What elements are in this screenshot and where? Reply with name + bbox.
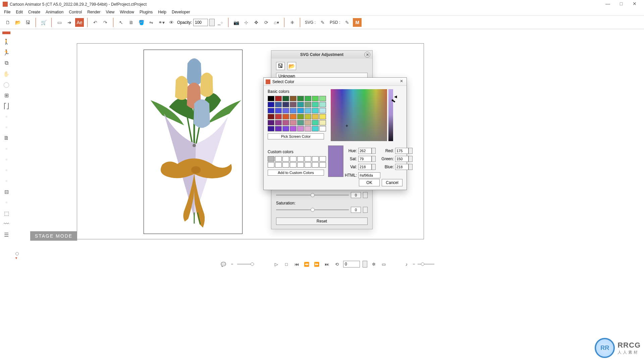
stop-icon[interactable]: □ [283, 261, 290, 267]
menu-edit[interactable]: Edit [13, 9, 25, 15]
speak-slider[interactable] [237, 264, 254, 264]
basic-swatch-36[interactable] [297, 120, 304, 125]
red-spinner[interactable] [409, 148, 413, 154]
camera-icon[interactable]: 📷 [232, 18, 240, 27]
rotate-icon[interactable]: ⟳ [262, 18, 271, 27]
m-button[interactable]: M [353, 18, 362, 27]
mirror-icon[interactable]: ⵐ [288, 18, 297, 27]
actor-icon[interactable]: 🚶 [2, 37, 11, 46]
undo-icon[interactable]: ↶ [91, 18, 100, 27]
prev-frame-icon[interactable]: ⏪ [303, 261, 310, 267]
tool8-icon[interactable]: ◦ [2, 155, 11, 164]
custom-swatch-14[interactable] [312, 162, 319, 168]
green-input[interactable] [395, 156, 409, 162]
custom-swatch-11[interactable] [290, 162, 297, 168]
basic-swatch-47[interactable] [319, 126, 326, 131]
saturation-spinner[interactable] [363, 207, 368, 213]
zigzag-icon[interactable]: 〰 [2, 220, 11, 228]
basic-swatch-17[interactable] [275, 108, 282, 113]
custom-swatch-7[interactable] [319, 156, 326, 162]
speak-icon[interactable]: 💬 [220, 261, 227, 267]
basic-swatch-15[interactable] [319, 102, 326, 107]
red-input[interactable] [395, 148, 409, 154]
sat-input[interactable] [358, 156, 372, 162]
menu-view[interactable]: View [103, 9, 117, 15]
hue-spinner[interactable] [372, 148, 376, 154]
add-custom-colors-button[interactable]: Add to Custom Colors [268, 170, 324, 176]
ok-button[interactable]: OK [359, 179, 380, 186]
saturation-track[interactable] [276, 209, 349, 210]
basic-swatch-46[interactable] [312, 126, 319, 131]
tool7-icon[interactable]: ◦ [2, 144, 11, 153]
next-frame-icon[interactable]: ⏩ [313, 261, 320, 267]
basic-swatch-20[interactable] [297, 108, 304, 113]
basic-swatch-43[interactable] [290, 126, 297, 131]
frame-spinner[interactable] [363, 261, 367, 267]
basic-swatch-27[interactable] [290, 114, 297, 119]
basic-swatch-18[interactable] [282, 108, 289, 113]
timeline-playhead[interactable] [15, 252, 19, 255]
page-lt-icon[interactable]: 🗎 [2, 134, 11, 142]
tool5-icon[interactable]: ◦ [2, 112, 11, 121]
grid-icon[interactable]: ⊞ [2, 91, 11, 100]
basic-swatch-35[interactable] [290, 120, 297, 125]
menu-render[interactable]: Render [85, 9, 103, 15]
basic-swatch-10[interactable] [282, 102, 289, 107]
basic-swatch-40[interactable] [268, 126, 274, 131]
timeline-track[interactable]: ▾ [14, 251, 640, 256]
basic-swatch-16[interactable] [268, 108, 274, 113]
reset-button[interactable]: Reset [276, 218, 368, 225]
custom-swatch-4[interactable] [297, 156, 304, 162]
circle-icon[interactable]: ◯ [2, 80, 11, 89]
custom-swatch-15[interactable] [319, 162, 326, 168]
custom-swatch-1[interactable] [275, 156, 282, 162]
last-frame-icon[interactable]: ⏭ [323, 261, 330, 267]
basic-swatch-37[interactable] [305, 120, 311, 125]
custom-swatch-0[interactable] [268, 156, 274, 162]
menu-control[interactable]: Control [66, 9, 85, 15]
export-icon[interactable]: ➜ [65, 18, 74, 27]
tool11-icon[interactable]: ◦ [2, 198, 11, 207]
basic-swatch-12[interactable] [297, 102, 304, 107]
home-icon[interactable]: ⌂▾ [272, 18, 281, 27]
basic-swatch-23[interactable] [319, 108, 326, 113]
volume-slider[interactable] [418, 264, 434, 264]
basic-swatch-21[interactable] [305, 108, 311, 113]
basic-swatch-7[interactable] [319, 96, 326, 101]
basic-swatch-24[interactable] [268, 114, 274, 119]
basic-swatch-34[interactable] [282, 120, 289, 125]
play-icon[interactable]: ▷ [273, 261, 280, 267]
cancel-button[interactable]: Cancel [382, 179, 402, 186]
html-input[interactable] [358, 172, 380, 178]
blue-input[interactable] [395, 164, 409, 170]
svg-edit-icon[interactable]: ✎ [318, 18, 327, 27]
custom-swatch-5[interactable] [305, 156, 311, 162]
custom-swatch-6[interactable] [312, 156, 319, 162]
basic-swatch-33[interactable] [275, 120, 282, 125]
basic-swatch-42[interactable] [282, 126, 289, 131]
basic-swatch-45[interactable] [305, 126, 311, 131]
menu-plugins[interactable]: Plugins [137, 9, 155, 15]
basic-swatch-5[interactable] [305, 96, 311, 101]
pick-screen-color-button[interactable]: Pick Screen Color [268, 133, 324, 139]
lines-icon[interactable]: ☰ [2, 230, 11, 239]
page-icon[interactable]: 🗎 [127, 18, 136, 27]
bracket-icon[interactable]: ⎡⎦ [2, 102, 11, 110]
slider-1-thumb[interactable] [311, 193, 315, 197]
basic-swatch-2[interactable] [282, 96, 289, 101]
panel-close-icon[interactable]: ✕ [364, 52, 370, 58]
snap-icon[interactable]: ⎯⊹ [216, 18, 225, 27]
val-spinner[interactable] [372, 164, 376, 170]
opacity-input[interactable] [193, 19, 208, 26]
dialog-close-icon[interactable]: ✕ [398, 79, 405, 85]
flip-icon[interactable]: ⇋ [147, 18, 156, 27]
tool10-icon[interactable]: ◦ [2, 177, 11, 185]
frame-input[interactable] [343, 261, 360, 267]
basic-swatch-28[interactable] [297, 114, 304, 119]
cart-icon[interactable]: 🛒 [39, 18, 48, 27]
move-icon[interactable]: ✥ [252, 18, 261, 27]
save-preset-icon[interactable]: 🖫 [276, 62, 285, 70]
psd-edit-icon[interactable]: ✎ [343, 18, 352, 27]
crop-icon[interactable]: ⬚ [2, 209, 11, 218]
load-preset-icon[interactable]: 📂 [287, 62, 296, 70]
